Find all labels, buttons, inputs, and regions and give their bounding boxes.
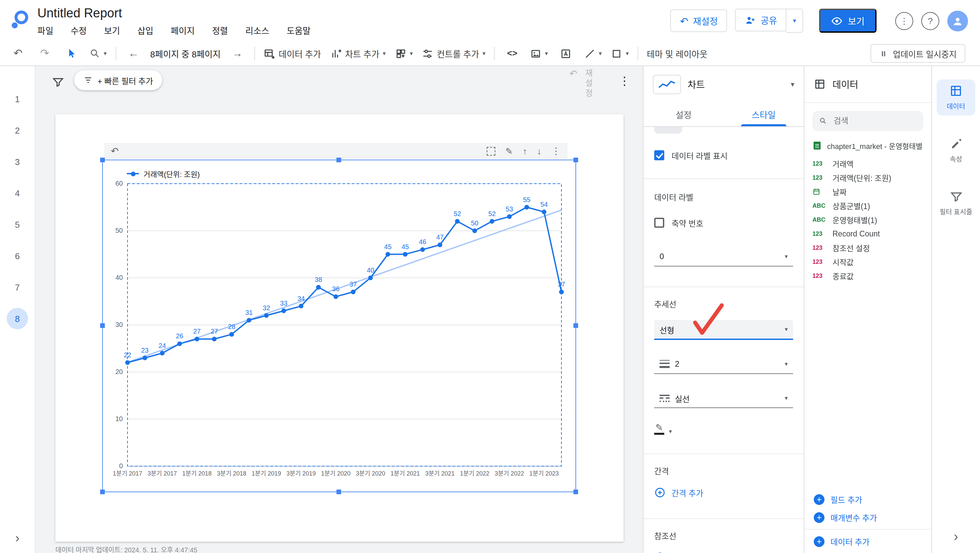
- field-row[interactable]: 123 거래액(단위: 조원): [804, 170, 931, 184]
- add-reference-line-link[interactable]: 참조선 추가: [654, 551, 793, 553]
- help-icon[interactable]: ?: [921, 12, 939, 30]
- quick-filter-chip[interactable]: + 빠른 필터 추가: [74, 70, 162, 90]
- page-thumb-5[interactable]: 5: [7, 214, 28, 235]
- search-input[interactable]: [832, 116, 916, 126]
- arrow-up-icon[interactable]: ↑: [523, 147, 527, 155]
- field-row[interactable]: 123 Record Count: [804, 226, 931, 241]
- chart-undo-icon[interactable]: ↶: [111, 146, 118, 156]
- add-interval-link[interactable]: 간격 추가: [654, 487, 793, 498]
- rail-properties-button[interactable]: 속성: [937, 133, 975, 168]
- add-data-button[interactable]: 데이터 추가: [260, 44, 325, 63]
- data-source-row[interactable]: chapter1_market - 운영형태별: [804, 136, 931, 154]
- expand-panel-icon[interactable]: ›: [954, 529, 958, 544]
- menu-bar: 파일 수정 보기 삽입 페이지 정렬 리소스 도움말: [37, 24, 311, 37]
- avatar[interactable]: [947, 10, 968, 31]
- expand-pages-icon[interactable]: ›: [15, 531, 20, 546]
- selection-handle[interactable]: [573, 489, 578, 494]
- page-thumb-3[interactable]: 3: [7, 151, 28, 172]
- field-row-parameter[interactable]: 123 시작값: [804, 255, 931, 268]
- menu-page[interactable]: 페이지: [170, 24, 195, 37]
- line-button[interactable]: ▾: [580, 44, 606, 63]
- menu-edit[interactable]: 수정: [71, 24, 87, 37]
- menu-insert[interactable]: 삽입: [137, 24, 154, 37]
- page-sheet[interactable]: ↶ ✎ ↑ ↓ ⋮ 01020304050601분기 20173분기 20171…: [56, 114, 624, 542]
- community-visualizations-button[interactable]: ▾: [391, 44, 417, 63]
- add-control-button[interactable]: 컨트롤 추가 ▾: [418, 44, 490, 63]
- canvas-more-icon[interactable]: ⋮: [619, 74, 630, 88]
- selection-handle[interactable]: [573, 158, 578, 162]
- report-title[interactable]: Untitled Report: [37, 5, 311, 21]
- add-data-link[interactable]: + 데이터 추가: [804, 532, 931, 550]
- menu-help[interactable]: 도움말: [287, 24, 311, 37]
- add-field-link[interactable]: + 필드 추가: [804, 490, 931, 508]
- field-row[interactable]: 날짜: [804, 184, 931, 198]
- share-button[interactable]: 공유: [735, 9, 787, 31]
- image-button[interactable]: ▾: [527, 44, 552, 63]
- field-row-parameter[interactable]: 123 참조선 설정: [804, 241, 931, 255]
- shape-button[interactable]: ▾: [607, 44, 633, 63]
- compact-numbers-row[interactable]: 축약 번호: [654, 217, 793, 228]
- selection-handle[interactable]: [100, 489, 105, 494]
- report-canvas[interactable]: + 빠른 필터 추가 ↶ 재설정 ⋮ ↶ ✎ ↑ ↓: [35, 66, 643, 553]
- selection-handle[interactable]: [336, 489, 341, 494]
- add-chart-button[interactable]: 차트 추가 ▾: [326, 44, 390, 63]
- rail-data-button[interactable]: 데이터: [937, 80, 975, 116]
- arrow-down-icon[interactable]: ↓: [537, 147, 541, 155]
- page-thumb-4[interactable]: 4: [7, 182, 28, 204]
- page-thumb-1[interactable]: 1: [7, 88, 28, 110]
- menu-file[interactable]: 파일: [37, 24, 53, 37]
- redo-button[interactable]: ↷: [32, 44, 57, 63]
- field-row-parameter[interactable]: 123 종료값: [804, 268, 931, 282]
- select-tool-button[interactable]: [59, 44, 84, 63]
- field-row[interactable]: ABC 운영형태별(1): [804, 212, 931, 226]
- share-caret-button[interactable]: ▾: [786, 9, 803, 33]
- marquee-select-icon[interactable]: [487, 147, 495, 155]
- page-thumb-2[interactable]: 2: [7, 120, 28, 141]
- selection-handle[interactable]: [336, 158, 341, 162]
- page-thumb-8-selected[interactable]: 8: [7, 308, 28, 329]
- add-parameter-link[interactable]: + 매개변수 추가: [804, 508, 931, 526]
- collapse-caret-icon[interactable]: ▾: [791, 80, 794, 89]
- chart-type-icon[interactable]: [653, 75, 681, 94]
- selection-handle[interactable]: [100, 323, 105, 328]
- next-page-button[interactable]: →: [224, 44, 250, 63]
- line-chart[interactable]: ↶ ✎ ↑ ↓ ⋮ 01020304050601분기 20173분기 20171…: [103, 160, 576, 492]
- prev-page-button[interactable]: ←: [121, 44, 146, 63]
- page-thumb-6[interactable]: 6: [7, 245, 28, 266]
- view-button[interactable]: 보기: [819, 9, 877, 33]
- page-indicator[interactable]: 8페이지 중 8페이지: [148, 47, 223, 60]
- edit-pencil-icon[interactable]: ✎: [505, 147, 513, 155]
- trendline-type-select[interactable]: 선형 ▾: [654, 320, 793, 340]
- more-options-icon[interactable]: ⋮: [895, 12, 913, 30]
- page-thumb-7[interactable]: 7: [7, 276, 28, 298]
- tab-style[interactable]: 스타일: [724, 102, 804, 126]
- pause-updates-button[interactable]: 업데이트 일시중지: [870, 44, 965, 63]
- field-row[interactable]: ABC 상품군별(1): [804, 198, 931, 212]
- zoom-button[interactable]: ▾: [86, 44, 111, 63]
- tab-setup[interactable]: 설정: [644, 102, 724, 126]
- reset-button[interactable]: ↶ 재설정: [671, 10, 727, 32]
- chart-more-icon[interactable]: ⋮: [551, 146, 561, 156]
- trendline-style-select[interactable]: 실선 ▾: [654, 389, 793, 408]
- checkbox-checked-icon[interactable]: [654, 150, 664, 160]
- theme-layout-button[interactable]: 테마 및 레이아웃: [643, 44, 712, 63]
- menu-view[interactable]: 보기: [104, 24, 120, 37]
- trendline-weight-select[interactable]: 2 ▾: [654, 355, 793, 374]
- looker-studio-logo-icon[interactable]: [10, 9, 31, 30]
- trendline-color-picker[interactable]: ✎ ▾: [654, 423, 793, 435]
- precision-select[interactable]: 0 ▾: [654, 247, 793, 266]
- field-label: 상품군별(1): [832, 200, 870, 211]
- menu-resource[interactable]: 리소스: [245, 24, 269, 37]
- checkbox-unchecked-icon[interactable]: [654, 218, 664, 228]
- show-data-labels-row[interactable]: 데이터 라벨 표시: [654, 150, 793, 161]
- menu-arrange[interactable]: 정렬: [212, 24, 228, 37]
- rail-filter-bar-button[interactable]: 필터 표시줄: [937, 186, 975, 221]
- field-search-box[interactable]: [813, 111, 923, 131]
- embed-button[interactable]: <>: [500, 44, 525, 63]
- undo-button[interactable]: ↶: [5, 44, 31, 63]
- selection-handle[interactable]: [573, 323, 578, 328]
- filter-funnel-icon[interactable]: [52, 76, 64, 88]
- text-button[interactable]: [554, 44, 579, 63]
- field-row[interactable]: 123 거래액: [804, 156, 931, 170]
- selection-handle[interactable]: [100, 158, 105, 162]
